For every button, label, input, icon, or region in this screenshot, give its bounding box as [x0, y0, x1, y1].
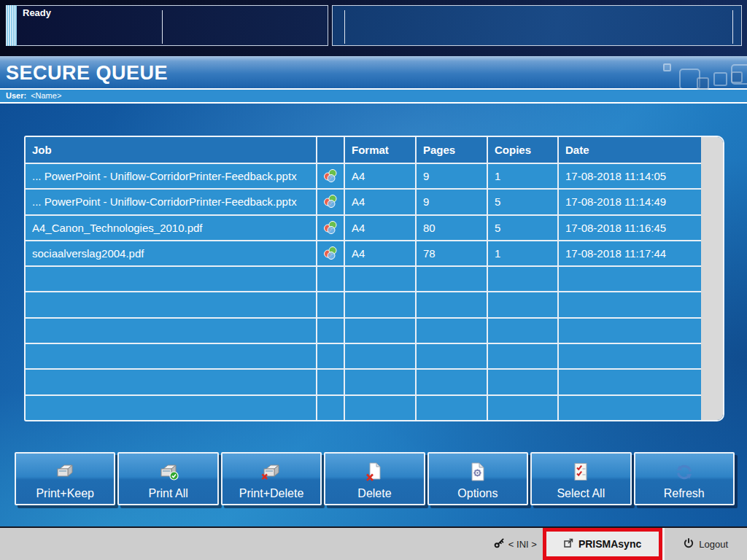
column-header-icon[interactable]	[317, 137, 344, 163]
highlight-annotation: PRISMAsync	[543, 528, 662, 560]
options-button[interactable]: Options	[427, 452, 528, 505]
status-panel-left	[17, 5, 328, 46]
job-pages: 80	[417, 216, 487, 240]
job-name: ... PowerPoint - Uniflow-CorridorPrinter…	[26, 164, 316, 188]
document-gear-icon	[470, 454, 486, 487]
empty-table-row[interactable]	[26, 370, 701, 394]
squares-decoration-icon	[731, 71, 743, 83]
column-header-format[interactable]: Format	[345, 137, 415, 163]
printer-check-icon	[158, 454, 179, 487]
column-header-pages[interactable]: Pages	[417, 137, 487, 163]
ini-status[interactable]: < INI >	[494, 528, 537, 560]
job-format: A4	[345, 164, 415, 188]
job-format: A4	[345, 216, 415, 240]
job-copies: 1	[488, 241, 557, 265]
user-label: User:	[6, 91, 26, 100]
table-scrollbar[interactable]	[701, 137, 723, 420]
job-copies: 1	[488, 164, 557, 188]
secure-queue-table: Job Format Pages Copies Date ... PowerPo…	[24, 136, 724, 421]
empty-table-row[interactable]	[26, 344, 701, 368]
user-bar: User:<Name>	[0, 90, 747, 104]
button-label: Select All	[557, 487, 605, 500]
print-keep-button[interactable]: Print+Keep	[15, 452, 115, 505]
prismasync-label: PRISMAsync	[578, 538, 641, 550]
job-name: sociaalverslag2004.pdf	[26, 241, 316, 265]
color-job-icon	[317, 164, 344, 188]
column-header-date[interactable]: Date	[559, 137, 701, 163]
color-job-icon	[317, 241, 344, 265]
table-row[interactable]: ... PowerPoint - Uniflow-CorridorPrinter…	[26, 190, 701, 214]
prismasync-button[interactable]: PRISMAsync	[546, 532, 659, 556]
squares-decoration-icon	[713, 72, 727, 86]
color-job-icon	[317, 216, 344, 240]
printer-status-text: Ready	[23, 7, 51, 18]
job-date: 17-08-2018 11:14:49	[559, 190, 701, 214]
power-icon	[684, 538, 694, 551]
button-label: Print All	[149, 487, 188, 500]
button-label: Options	[457, 487, 498, 500]
job-date: 17-08-2018 11:16:45	[559, 216, 701, 240]
table-row[interactable]: ... PowerPoint - Uniflow-CorridorPrinter…	[26, 164, 701, 188]
refresh-button[interactable]: Refresh	[634, 452, 735, 505]
button-label: Delete	[357, 487, 391, 500]
table-row[interactable]: sociaalverslag2004.pdf A4 78 1 17-08-201…	[26, 241, 701, 265]
job-date: 17-08-2018 11:17:44	[559, 241, 701, 265]
column-header-copies[interactable]: Copies	[488, 137, 557, 163]
content-area: Job Format Pages Copies Date ... PowerPo…	[0, 104, 747, 526]
button-label: Print+Keep	[36, 487, 94, 500]
button-label: Refresh	[664, 487, 705, 500]
job-copies: 5	[488, 216, 557, 240]
delete-button[interactable]: Delete	[324, 452, 425, 505]
job-pages: 9	[417, 190, 487, 214]
job-format: A4	[345, 190, 415, 214]
job-date: 17-08-2018 11:14:05	[559, 164, 701, 188]
empty-table-row[interactable]	[26, 292, 701, 316]
external-link-icon	[564, 538, 573, 550]
print-all-button[interactable]: Print All	[117, 452, 218, 505]
action-button-bar: Print+Keep Print All Print+Delete Delete	[15, 452, 735, 505]
logout-label: Logout	[699, 539, 728, 550]
key-icon	[494, 537, 505, 551]
title-bar: SECURE QUEUE	[0, 56, 747, 90]
user-name: <Name>	[31, 91, 61, 100]
document-delete-icon	[365, 454, 383, 487]
job-name: A4_Canon_Technologies_2010.pdf	[26, 216, 316, 240]
empty-table-row[interactable]	[26, 396, 701, 420]
panel-divider	[732, 10, 733, 44]
job-format: A4	[345, 241, 415, 265]
printer-delete-icon	[260, 454, 282, 487]
panel-divider	[344, 10, 345, 44]
striped-accent	[6, 5, 17, 46]
logout-button[interactable]: Logout	[665, 528, 747, 560]
job-pages: 78	[417, 241, 487, 265]
column-header-job[interactable]: Job	[26, 137, 316, 163]
button-label: Print+Delete	[239, 487, 304, 500]
refresh-icon	[674, 454, 694, 487]
job-copies: 5	[488, 190, 557, 214]
queue-grid: Job Format Pages Copies Date ... PowerPo…	[26, 137, 701, 420]
print-delete-button[interactable]: Print+Delete	[221, 452, 322, 505]
panel-divider	[162, 10, 163, 44]
job-name: ... PowerPoint - Uniflow-CorridorPrinter…	[26, 190, 316, 214]
select-all-button[interactable]: Select All	[530, 452, 631, 505]
status-strip: Ready	[0, 0, 747, 56]
color-job-icon	[317, 190, 344, 214]
empty-table-row[interactable]	[26, 267, 701, 291]
footer-bar: < INI > PRISMAsync Logout	[0, 526, 747, 560]
table-row[interactable]: A4_Canon_Technologies_2010.pdf A4 80 5 1…	[26, 216, 701, 240]
table-header-row: Job Format Pages Copies Date	[26, 137, 701, 163]
status-panel-right	[332, 5, 742, 46]
checklist-icon	[573, 454, 589, 487]
squares-decoration-icon	[697, 77, 709, 90]
printer-icon	[54, 454, 76, 487]
squares-decoration-icon	[663, 63, 671, 71]
empty-table-row[interactable]	[26, 319, 701, 343]
page-title: SECURE QUEUE	[0, 56, 747, 85]
ini-label: < INI >	[508, 539, 537, 550]
prismasync-screen: Ready SECURE QUEUE User:<Name> Job Forma…	[0, 0, 747, 560]
job-pages: 9	[417, 164, 487, 188]
